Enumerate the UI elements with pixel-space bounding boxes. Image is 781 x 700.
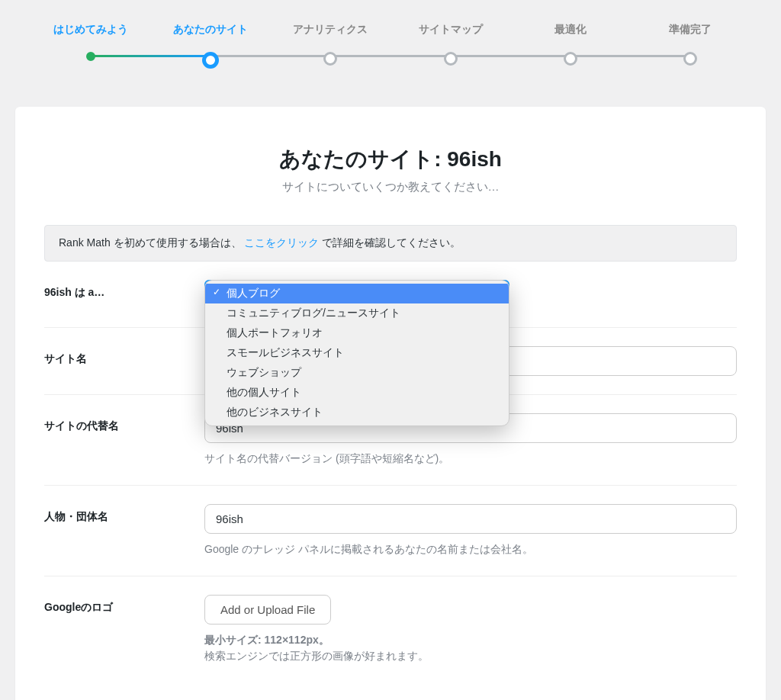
step-circle-icon [202, 52, 219, 69]
step-connector [330, 55, 450, 57]
help-logo-line1: 最小サイズ: 112×112px。 [204, 634, 329, 646]
step-3[interactable]: サイトマップ [390, 23, 510, 66]
step-0[interactable]: はじめてみよう [31, 23, 150, 61]
page-subtitle: サイトについていくつか教えてください… [44, 180, 737, 194]
step-label: アナリティクス [293, 23, 368, 37]
notice-prefix: Rank Math を初めて使用する場合は、 [59, 236, 242, 249]
dropdown-option[interactable]: 他のビジネスサイト [205, 403, 509, 422]
step-label: 最適化 [554, 23, 587, 37]
dropdown-option[interactable]: 他の個人サイト [205, 383, 509, 403]
label-alt-name: サイトの代替名 [44, 413, 204, 433]
step-circle-icon [86, 52, 95, 61]
label-site-name: サイト名 [44, 346, 204, 366]
step-circle-icon [444, 52, 458, 66]
step-connector [570, 55, 690, 57]
step-4[interactable]: 最適化 [510, 23, 630, 66]
step-label: 準備完了 [669, 23, 712, 37]
dropdown-option[interactable]: 個人ブログ [205, 284, 509, 303]
site-type-dropdown: 個人ブログコミュニティブログ/ニュースサイト個人ポートフォリオスモールビジネスサ… [204, 280, 509, 426]
help-logo-line2: 検索エンジンでは正方形の画像が好まれます。 [204, 650, 429, 662]
step-1[interactable]: あなたのサイト [150, 23, 270, 69]
dropdown-option[interactable]: コミュニティブログ/ニュースサイト [205, 303, 509, 323]
step-circle-icon [683, 52, 697, 66]
row-person-org: 人物・団体名 Google のナレッジ パネルに掲載されるあなたの名前または会社… [44, 486, 737, 576]
dropdown-option[interactable]: 個人ポートフォリオ [205, 323, 509, 343]
step-label: はじめてみよう [53, 23, 128, 37]
row-google-logo: Googleのロゴ Add or Upload File 最小サイズ: 112×… [44, 576, 737, 682]
wizard-stepper: はじめてみようあなたのサイトアナリティクスサイトマップ最適化準備完了 [0, 0, 781, 69]
first-time-notice: Rank Math を初めて使用する場合は、 ここをクリック で詳細を確認してく… [44, 225, 737, 262]
help-person-org: Google のナレッジ パネルに掲載されるあなたの名前または会社名。 [204, 541, 737, 557]
person-org-input[interactable] [204, 504, 737, 534]
page-title: あなたのサイト: 96ish [44, 145, 737, 174]
wizard-card: あなたのサイト: 96ish サイトについていくつか教えてください… Rank … [15, 107, 766, 700]
step-circle-icon [323, 52, 337, 66]
label-person-org: 人物・団体名 [44, 504, 204, 524]
step-circle-icon [564, 52, 577, 66]
step-label: あなたのサイト [173, 23, 248, 37]
notice-link[interactable]: ここをクリック [244, 236, 319, 249]
dropdown-option[interactable]: ウェブショップ [205, 363, 509, 383]
step-5[interactable]: 準備完了 [631, 23, 750, 66]
step-2[interactable]: アナリティクス [271, 23, 390, 66]
help-logo: 最小サイズ: 112×112px。 検索エンジンでは正方形の画像が好まれます。 [204, 632, 737, 664]
step-connector [91, 55, 211, 57]
step-connector [451, 55, 570, 57]
upload-logo-button[interactable]: Add or Upload File [204, 595, 331, 625]
label-site-type: 96ish は a… [44, 280, 204, 300]
label-google-logo: Googleのロゴ [44, 595, 204, 615]
dropdown-option[interactable]: スモールビジネスサイト [205, 343, 509, 363]
row-site-type: 96ish は a… 個人ブログコミュニティブログ/ニュースサイト個人ポートフォ… [44, 262, 737, 328]
help-alt-name: サイト名の代替バージョン (頭字語や短縮名など)。 [204, 451, 737, 467]
step-connector [211, 55, 330, 57]
step-label: サイトマップ [419, 23, 483, 37]
notice-suffix: で詳細を確認してください。 [322, 236, 461, 249]
